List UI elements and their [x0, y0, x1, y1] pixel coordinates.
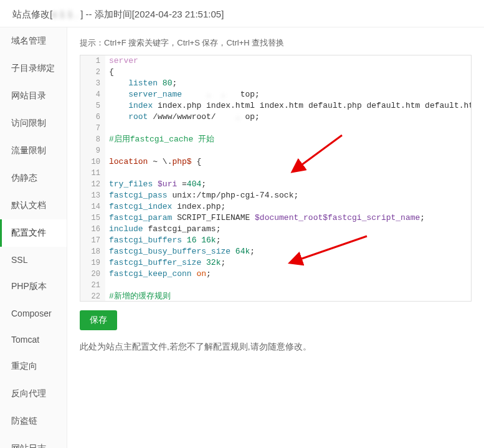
sidebar-item-subdir[interactable]: 子目录绑定 — [0, 55, 67, 82]
dialog-title: 站点修改[c 1 1 . ] -- 添加时间[2024-04-23 21:51:… — [0, 0, 484, 27]
site-name-blurred: c 1 1 . — [52, 9, 80, 19]
save-button[interactable]: 保存 — [80, 310, 117, 330]
sidebar: 域名管理子目录绑定网站目录访问限制流量限制伪静态默认文档配置文件SSLPHP版本… — [0, 27, 67, 448]
sidebar-item-php[interactable]: PHP版本 — [0, 273, 67, 300]
sidebar-item-hotlink[interactable]: 防盗链 — [0, 407, 67, 435]
sidebar-item-access[interactable]: 访问限制 — [0, 110, 67, 137]
hint-text: 提示：Ctrl+F 搜索关键字，Ctrl+S 保存，Ctrl+H 查找替换 — [80, 37, 472, 49]
main-panel: 提示：Ctrl+F 搜索关键字，Ctrl+S 保存，Ctrl+H 查找替换 1s… — [67, 27, 484, 448]
sidebar-item-proxy[interactable]: 反向代理 — [0, 380, 67, 407]
sidebar-item-domain[interactable]: 域名管理 — [0, 27, 67, 55]
sidebar-item-tomcat[interactable]: Tomcat — [0, 326, 67, 353]
warning-text: 此处为站点主配置文件,若您不了解配置规则,请勿随意修改。 — [80, 341, 472, 353]
sidebar-item-dir[interactable]: 网站目录 — [0, 82, 67, 110]
sidebar-item-composer[interactable]: Composer — [0, 300, 67, 326]
sidebar-item-ssl[interactable]: SSL — [0, 247, 67, 273]
sidebar-item-rewrite[interactable]: 伪静态 — [0, 164, 67, 192]
sidebar-item-default[interactable]: 默认文档 — [0, 192, 67, 219]
sidebar-item-redirect[interactable]: 重定向 — [0, 353, 67, 380]
sidebar-item-config[interactable]: 配置文件 — [0, 219, 67, 247]
sidebar-item-log[interactable]: 网站日志 — [0, 435, 67, 448]
sidebar-item-traffic[interactable]: 流量限制 — [0, 137, 67, 164]
config-editor[interactable]: 1server 2{ 3 listen 80; 4 server_name . … — [80, 55, 472, 302]
